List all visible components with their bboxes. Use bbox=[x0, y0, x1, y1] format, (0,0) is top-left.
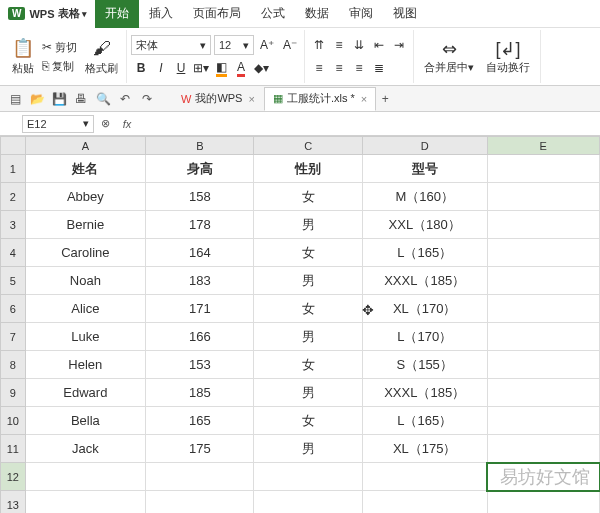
row-header[interactable]: 8 bbox=[1, 351, 26, 379]
cell[interactable] bbox=[362, 491, 487, 514]
menu-item-data[interactable]: 数据 bbox=[295, 0, 339, 28]
menu-item-formula[interactable]: 公式 bbox=[251, 0, 295, 28]
cell[interactable] bbox=[487, 491, 599, 514]
row-header[interactable]: 9 bbox=[1, 379, 26, 407]
align-bottom-button[interactable]: ⇊ bbox=[349, 35, 369, 55]
cell[interactable] bbox=[487, 379, 599, 407]
cell[interactable] bbox=[254, 491, 362, 514]
cell[interactable] bbox=[146, 491, 254, 514]
row-header[interactable]: 7 bbox=[1, 323, 26, 351]
row-header[interactable]: 6 bbox=[1, 295, 26, 323]
border-button[interactable]: ⊞▾ bbox=[191, 58, 211, 78]
align-center-button[interactable]: ≡ bbox=[329, 58, 349, 78]
cell[interactable]: Edward bbox=[25, 379, 146, 407]
close-icon[interactable]: × bbox=[361, 93, 367, 105]
cell[interactable] bbox=[487, 267, 599, 295]
cell[interactable]: 女 bbox=[254, 239, 362, 267]
italic-button[interactable]: I bbox=[151, 58, 171, 78]
cell[interactable]: Abbey bbox=[25, 183, 146, 211]
cancel-icon[interactable]: ⊗ bbox=[96, 115, 114, 133]
cell[interactable]: 166 bbox=[146, 323, 254, 351]
row-header[interactable]: 3 bbox=[1, 211, 26, 239]
cell[interactable]: Luke bbox=[25, 323, 146, 351]
cell[interactable]: 女 bbox=[254, 351, 362, 379]
redo-icon[interactable]: ↷ bbox=[138, 90, 156, 108]
cell[interactable]: 153 bbox=[146, 351, 254, 379]
align-middle-button[interactable]: ≡ bbox=[329, 35, 349, 55]
menu-item-review[interactable]: 审阅 bbox=[339, 0, 383, 28]
cell[interactable]: XL（170） bbox=[362, 295, 487, 323]
increase-font-button[interactable]: A⁺ bbox=[257, 35, 277, 55]
cell[interactable]: Helen bbox=[25, 351, 146, 379]
cell[interactable]: XXXL（185） bbox=[362, 267, 487, 295]
cell[interactable] bbox=[487, 183, 599, 211]
col-header-A[interactable]: A bbox=[25, 137, 146, 155]
effects-button[interactable]: ◆▾ bbox=[251, 58, 271, 78]
new-icon[interactable]: ▤ bbox=[6, 90, 24, 108]
cell[interactable] bbox=[25, 463, 146, 491]
cell[interactable]: L（170） bbox=[362, 323, 487, 351]
indent-increase-button[interactable]: ⇥ bbox=[389, 35, 409, 55]
cell[interactable] bbox=[487, 407, 599, 435]
wrap-text-button[interactable]: [↲] 自动换行 bbox=[480, 36, 536, 77]
indent-decrease-button[interactable]: ⇤ bbox=[369, 35, 389, 55]
chevron-down-icon[interactable]: ▾ bbox=[82, 9, 87, 19]
copy-button[interactable]: ⎘复制 bbox=[38, 57, 81, 76]
cell[interactable] bbox=[254, 463, 362, 491]
cell[interactable]: Bernie bbox=[25, 211, 146, 239]
close-icon[interactable]: × bbox=[248, 93, 254, 105]
cell[interactable] bbox=[487, 155, 599, 183]
row-header[interactable]: 12 bbox=[1, 463, 26, 491]
cell[interactable]: 姓名 bbox=[25, 155, 146, 183]
col-header-D[interactable]: D bbox=[362, 137, 487, 155]
cell[interactable] bbox=[25, 491, 146, 514]
cell[interactable]: Noah bbox=[25, 267, 146, 295]
menu-item-home[interactable]: 开始 bbox=[95, 0, 139, 28]
format-painter-button[interactable]: 🖌 格式刷 bbox=[81, 36, 122, 78]
row-header[interactable]: 10 bbox=[1, 407, 26, 435]
fx-icon[interactable]: fx bbox=[118, 115, 136, 133]
menu-item-view[interactable]: 视图 bbox=[383, 0, 427, 28]
cell[interactable] bbox=[146, 463, 254, 491]
align-top-button[interactable]: ⇈ bbox=[309, 35, 329, 55]
cell[interactable] bbox=[487, 239, 599, 267]
cell[interactable]: 171 bbox=[146, 295, 254, 323]
undo-icon[interactable]: ↶ bbox=[116, 90, 134, 108]
cell[interactable]: S（155） bbox=[362, 351, 487, 379]
cell[interactable]: 164 bbox=[146, 239, 254, 267]
font-size-select[interactable]: 12▾ bbox=[214, 35, 254, 55]
doc-tab-file[interactable]: ▦ 工服统计.xls * × bbox=[264, 87, 376, 111]
cell[interactable]: XL（175） bbox=[362, 435, 487, 463]
cell[interactable]: 身高 bbox=[146, 155, 254, 183]
font-name-select[interactable]: 宋体▾ bbox=[131, 35, 211, 55]
col-header-C[interactable]: C bbox=[254, 137, 362, 155]
merge-center-button[interactable]: ⇔ 合并居中▾ bbox=[418, 36, 480, 77]
cell[interactable]: 性别 bbox=[254, 155, 362, 183]
cell[interactable]: 158 bbox=[146, 183, 254, 211]
cell[interactable]: 男 bbox=[254, 323, 362, 351]
cell[interactable]: L（165） bbox=[362, 239, 487, 267]
align-left-button[interactable]: ≡ bbox=[309, 58, 329, 78]
cell[interactable]: 男 bbox=[254, 435, 362, 463]
add-tab-button[interactable]: + bbox=[376, 90, 394, 108]
cell[interactable] bbox=[487, 351, 599, 379]
cell[interactable] bbox=[487, 435, 599, 463]
cell[interactable] bbox=[362, 463, 487, 491]
cell-selected[interactable] bbox=[487, 463, 599, 491]
cell[interactable]: 183 bbox=[146, 267, 254, 295]
select-all-corner[interactable] bbox=[1, 137, 26, 155]
print-icon[interactable]: 🖶 bbox=[72, 90, 90, 108]
paste-button[interactable]: 📋 粘贴 bbox=[8, 35, 38, 78]
cell[interactable]: 型号 bbox=[362, 155, 487, 183]
cell[interactable]: 165 bbox=[146, 407, 254, 435]
cell[interactable] bbox=[487, 295, 599, 323]
cell[interactable]: 女 bbox=[254, 183, 362, 211]
cell[interactable]: 女 bbox=[254, 295, 362, 323]
row-header[interactable]: 2 bbox=[1, 183, 26, 211]
menu-item-page-layout[interactable]: 页面布局 bbox=[183, 0, 251, 28]
fill-color-button[interactable]: ◧ bbox=[211, 58, 231, 78]
spreadsheet-grid[interactable]: A B C D E 1 姓名 身高 性别 型号 2Abbey158女M（160）… bbox=[0, 136, 600, 513]
cell[interactable]: Jack bbox=[25, 435, 146, 463]
decrease-font-button[interactable]: A⁻ bbox=[280, 35, 300, 55]
cell[interactable]: 男 bbox=[254, 379, 362, 407]
